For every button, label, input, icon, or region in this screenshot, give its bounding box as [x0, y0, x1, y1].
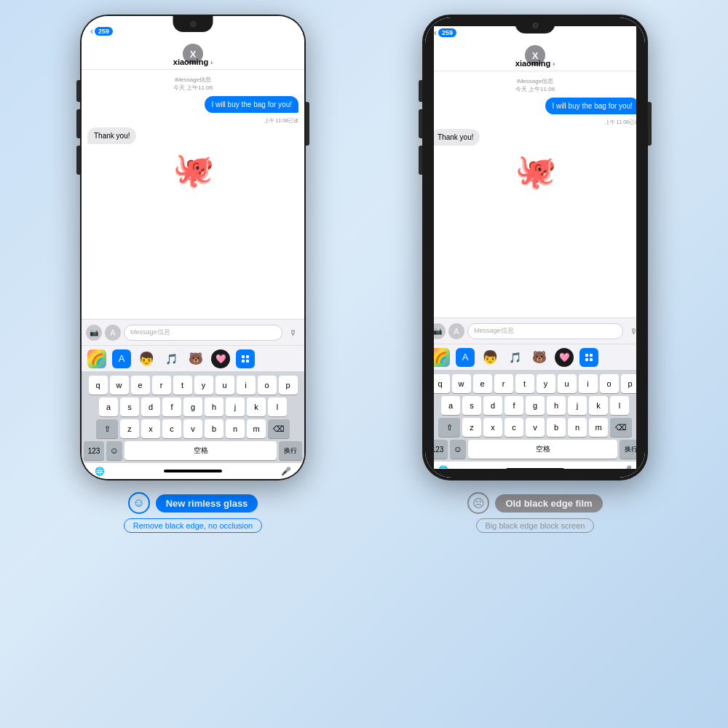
rkey-w[interactable]: w [452, 374, 471, 393]
key-g[interactable]: g [183, 397, 202, 416]
key-x[interactable]: x [141, 419, 160, 438]
right-heart-icon[interactable]: 🩷 [555, 348, 574, 367]
key-f[interactable]: f [162, 397, 181, 416]
rkey-c[interactable]: c [505, 418, 523, 437]
key-b[interactable]: b [205, 419, 223, 438]
left-apps-icon[interactable]: A [105, 325, 121, 341]
rkey-x[interactable]: x [483, 418, 502, 437]
left-photos-icon[interactable]: 🌈 [87, 349, 106, 368]
key-w[interactable]: w [110, 376, 129, 395]
rkey-s[interactable]: s [462, 396, 481, 415]
key-emoji[interactable]: ☺ [106, 441, 122, 460]
rkey-n[interactable]: n [568, 418, 587, 437]
left-heart-icon[interactable]: 🩷 [211, 349, 230, 368]
key-return[interactable]: 换行 [279, 441, 302, 460]
rkey-o[interactable]: o [600, 374, 619, 393]
left-keyboard[interactable]: q w e r t y u i o p a [82, 371, 304, 463]
key-z[interactable]: z [120, 419, 139, 438]
left-app-row: 🌈 A 👦 🎵 🐻 🩷 [82, 345, 304, 371]
left-input-bar[interactable]: 📷 A Message信息 🎙 [82, 319, 304, 345]
rkey-a[interactable]: a [441, 396, 460, 415]
key-y[interactable]: y [194, 376, 213, 395]
right-bear-icon[interactable]: 🐻 [530, 348, 549, 367]
key-o[interactable]: o [258, 376, 277, 395]
left-contact-chevron-icon: › [210, 59, 213, 66]
rkey-e[interactable]: e [473, 374, 492, 393]
key-s[interactable]: s [120, 397, 139, 416]
key-q[interactable]: q [89, 376, 108, 395]
rkey-shift[interactable]: ⇧ [438, 418, 460, 437]
rkey-j[interactable]: j [568, 396, 587, 415]
left-memoji-icon[interactable]: 👦 [137, 349, 156, 368]
right-memoji-icon[interactable]: 👦 [480, 348, 499, 367]
left-mic-bottom-icon[interactable]: 🎤 [281, 467, 291, 476]
rkey-h[interactable]: h [547, 396, 566, 415]
rkey-z[interactable]: z [462, 418, 481, 437]
key-t[interactable]: t [173, 376, 192, 395]
right-keyboard[interactable]: q w e r t y u i o p a [425, 370, 645, 462]
rkey-b[interactable]: b [547, 418, 566, 437]
right-message-input[interactable]: Message信息 [467, 323, 623, 339]
left-bear-icon[interactable]: 🐻 [186, 349, 205, 368]
key-k[interactable]: k [247, 397, 266, 416]
rkey-f[interactable]: f [505, 396, 523, 415]
rkey-y[interactable]: y [537, 374, 555, 393]
key-r[interactable]: r [152, 376, 171, 395]
left-badge: New rimless glass [156, 494, 258, 513]
right-input-bar[interactable]: 📷 A Message信息 🎙 [425, 317, 645, 344]
rkey-delete[interactable]: ⌫ [610, 418, 632, 437]
key-m[interactable]: m [247, 419, 266, 438]
left-received-bubble: Thank you! [87, 127, 136, 144]
key-i[interactable]: i [237, 376, 256, 395]
left-globe-icon[interactable]: 🌐 [95, 467, 105, 476]
right-globe-icon[interactable]: 🌐 [438, 465, 448, 475]
rkey-m[interactable]: m [589, 418, 608, 437]
left-mic-icon[interactable]: 🎙 [285, 325, 300, 340]
left-appstore-icon[interactable]: A [112, 349, 131, 368]
right-home-indicator: 🌐 🎤 [425, 462, 645, 478]
right-back-button[interactable]: ‹ 259 [434, 28, 456, 38]
left-label-main-group: ☺ New rimless glass [128, 492, 258, 514]
key-e[interactable]: e [131, 376, 150, 395]
right-grid-icon[interactable] [579, 348, 598, 367]
rkey-u[interactable]: u [558, 374, 577, 393]
key-j[interactable]: j [226, 397, 245, 416]
rkey-g[interactable]: g [526, 396, 545, 415]
rkey-i[interactable]: i [579, 374, 598, 393]
rkey-emoji[interactable]: ☺ [450, 440, 466, 459]
key-d[interactable]: d [141, 397, 160, 416]
right-appstore-icon[interactable]: A [456, 348, 475, 367]
rkey-space[interactable]: 空格 [468, 440, 617, 459]
key-space[interactable]: 空格 [124, 441, 277, 460]
key-l[interactable]: l [268, 397, 287, 416]
left-message-input[interactable]: Message信息 [124, 325, 282, 341]
rkey-k[interactable]: k [589, 396, 608, 415]
right-apps-icon[interactable]: A [448, 323, 464, 339]
key-shift[interactable]: ⇧ [96, 419, 118, 438]
rkey-t[interactable]: t [515, 374, 534, 393]
right-label-main-group: ☹ Old black edge film [467, 492, 602, 514]
rkey-d[interactable]: d [483, 396, 502, 415]
key-h[interactable]: h [205, 397, 223, 416]
key-p[interactable]: p [279, 376, 298, 395]
left-camera-icon[interactable]: 📷 [86, 325, 102, 341]
key-v[interactable]: v [183, 419, 202, 438]
rkey-l[interactable]: l [610, 396, 629, 415]
rkey-v[interactable]: v [526, 418, 545, 437]
right-phone-screen: ‹ 259 X xiaoming › iMessage信息 [425, 17, 645, 478]
right-key-row-4: 123 ☺ 空格 换行 [427, 440, 643, 459]
key-num[interactable]: 123 [84, 441, 104, 460]
left-grid-icon[interactable] [236, 349, 255, 368]
right-key-row-2: a s d f g h j k l [427, 396, 643, 415]
key-u[interactable]: u [215, 376, 234, 395]
key-n[interactable]: n [226, 419, 245, 438]
key-a[interactable]: a [99, 397, 118, 416]
rkey-r[interactable]: r [494, 374, 513, 393]
right-music-icon[interactable]: 🎵 [505, 348, 524, 367]
left-back-button[interactable]: ‹ 259 [90, 26, 113, 36]
right-mic-bottom-icon[interactable]: 🎤 [622, 465, 632, 475]
key-c[interactable]: c [162, 419, 181, 438]
left-music-icon[interactable]: 🎵 [162, 349, 181, 368]
right-received-bubble: Thank you! [431, 129, 480, 146]
key-delete[interactable]: ⌫ [268, 419, 290, 438]
